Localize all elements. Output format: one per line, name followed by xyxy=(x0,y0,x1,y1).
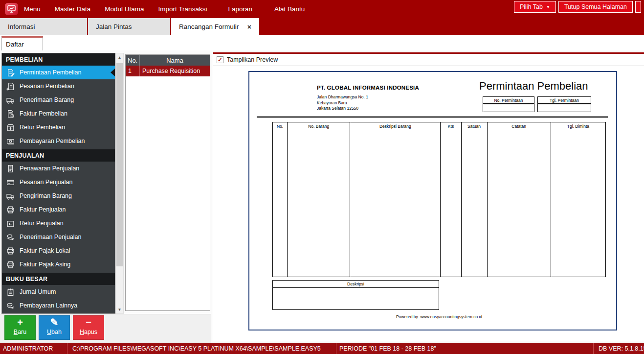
company-name: PT. GLOBAL INFORMASI INDONESIA xyxy=(317,85,419,91)
button-label: Baru xyxy=(5,329,35,335)
status-periode: PERIODE "01 FEB 18 - 28 FEB 18" xyxy=(336,343,593,354)
sidebar-item-label: Faktur Pajak Asing xyxy=(20,261,70,268)
doc-cell-empty xyxy=(288,130,350,277)
sidebar-item-penerimaan-barang[interactable]: Penerimaan Barang xyxy=(2,93,115,107)
menu-item-alat-bantu[interactable]: Alat Bantu xyxy=(274,5,305,13)
tab-jalan-pintas[interactable]: Jalan Pintas xyxy=(88,18,170,35)
header-field-label: No. Permintaan xyxy=(483,97,534,104)
sidebar-item-faktur-penjualan[interactable]: Faktur Penjualan xyxy=(2,203,115,216)
printer-icon xyxy=(6,206,15,214)
app-window: MenuMaster DataModul UtamaImport Transak… xyxy=(0,0,644,354)
doc-column-kts: Kts xyxy=(441,122,461,130)
menu-item-modul-utama[interactable]: Modul Utama xyxy=(105,5,144,13)
sidebar-item-permintaan-pembelian[interactable]: Permintaan Pembelian xyxy=(2,66,115,79)
pilih-tab-button[interactable]: Pilih Tab ▼ xyxy=(514,1,556,13)
menu-items: MenuMaster DataModul UtamaImport Transak… xyxy=(24,5,319,13)
doc-column-catatan: Catatan xyxy=(487,122,551,130)
ubah-button[interactable]: ✎Ubah xyxy=(39,315,70,340)
money-icon xyxy=(6,137,15,145)
status-database-path: C:\PROGRAM FILES\MEGASOFT INC\EASY 5 PLA… xyxy=(67,343,336,354)
document-page: PT. GLOBAL INFORMASI INDONESIA Jalan Dha… xyxy=(248,71,617,330)
plus-icon: + xyxy=(5,316,35,329)
pencil-icon: ✎ xyxy=(39,316,69,329)
box-arrow-icon xyxy=(6,219,15,228)
sidebar-item-pesanan-pembelian[interactable]: Pesanan Pembelian xyxy=(2,79,115,93)
sidebar-item-pembayaran-pembelian[interactable]: Pembayaran Pembelian xyxy=(2,134,115,148)
sidebar-item-faktur-pembelian[interactable]: Faktur Pembelian xyxy=(2,107,115,120)
sidebar-item-label: Pesanan Penjualan xyxy=(20,179,72,186)
menu-bar: MenuMaster DataModul UtamaImport Transak… xyxy=(0,0,644,18)
sidebar-item-faktur-pajak-lokal[interactable]: Faktur Pajak Lokal xyxy=(2,244,115,258)
sidebar-item-label: Penerimaan Barang xyxy=(20,96,74,103)
sidebar-section-buku-besar: BUKU BESAR xyxy=(2,273,115,285)
partial-button[interactable] xyxy=(635,1,641,13)
hand-money-icon xyxy=(6,233,15,241)
baru-button[interactable]: +Baru xyxy=(4,315,36,340)
sidebar-item-faktur-pajak-asing[interactable]: Faktur Pajak Asing xyxy=(2,258,115,271)
sidebar-scrollbar[interactable]: ▲ ▼ xyxy=(115,53,124,314)
menu-item-laporan[interactable]: Laporan xyxy=(228,5,252,13)
list-rows: 1Purchase Requisition xyxy=(126,66,210,76)
company-address-line: Jakarta Selatan 12550 xyxy=(317,106,368,112)
header-field-label: Tgl. Permintaan xyxy=(538,97,591,104)
vertical-splitter[interactable] xyxy=(212,50,212,341)
scroll-down-icon[interactable]: ▼ xyxy=(116,306,123,313)
tab-label: Jalan Pintas xyxy=(96,23,132,30)
doc-column-no-barang: No. Barang xyxy=(288,122,350,130)
sidebar-item-pengiriman-barang[interactable]: Pengiriman Barang xyxy=(2,189,115,203)
sidebar-item-pesanan-penjualan[interactable]: Pesanan Penjualan xyxy=(2,175,115,189)
doc-cell-empty xyxy=(461,130,487,277)
menu-item-import-transaksi[interactable]: Import Transaksi xyxy=(158,5,207,13)
column-header-nama[interactable]: Nama xyxy=(140,55,210,66)
tab-label: Informasi xyxy=(8,23,35,30)
subtab-row: Daftar xyxy=(0,35,644,50)
scrollbar-thumb[interactable] xyxy=(116,63,123,266)
notepad-icon xyxy=(6,288,15,296)
sidebar-item-jurnal-umum[interactable]: Jurnal Umum xyxy=(2,285,115,299)
sidebar-item-label: Pengiriman Barang xyxy=(20,192,72,199)
doc-add-icon xyxy=(6,82,15,91)
hand-money-icon xyxy=(6,302,15,310)
doc-cell-empty xyxy=(350,130,441,277)
minus-icon: − xyxy=(73,316,104,329)
document-title: Permintaan Pembelian xyxy=(479,80,588,93)
company-address: Jalan Dharmawangsa No. 1Kebayoran BaruJa… xyxy=(317,94,368,112)
hapus-button[interactable]: −Hapus xyxy=(73,315,104,340)
sidebar-item-label: Faktur Penjualan xyxy=(20,206,66,213)
tampilkan-preview-label: Tampilkan Preview xyxy=(227,56,278,63)
close-tab-icon[interactable]: × xyxy=(247,23,251,31)
tutup-semua-halaman-button[interactable]: Tutup Semua Halaman xyxy=(558,1,633,13)
tab-informasi[interactable]: Informasi xyxy=(0,18,87,35)
preview-toggle-row: ✓ Tampilkan Preview xyxy=(213,54,644,66)
sidebar-item-penawaran-penjualan[interactable]: Penawaran Penjualan xyxy=(2,162,115,175)
tab-rancangan-formulir[interactable]: Rancangan Formulir× xyxy=(171,18,259,35)
doc-lines-icon xyxy=(6,165,15,173)
sidebar-item-penerimaan-penjualan[interactable]: Penerimaan Penjualan xyxy=(2,230,115,244)
doc-cell-empty xyxy=(273,130,288,277)
tab-daftar[interactable]: Daftar xyxy=(1,36,43,50)
tab-label: Rancangan Formulir xyxy=(179,23,239,30)
powered-by-text: Powered by: www.easyaccountingsystem.co.… xyxy=(272,314,606,319)
status-bar: ADMINISTRATOR C:\PROGRAM FILES\MEGASOFT … xyxy=(0,343,644,354)
sidebar-item-retur-pembelian[interactable]: Retur Pembelian xyxy=(2,120,115,134)
doc-column-deskripsi-barang: Deskripsi Barang xyxy=(350,122,441,130)
preview-body: PT. GLOBAL INFORMASI INDONESIA Jalan Dha… xyxy=(213,66,644,341)
sidebar-item-label: Pembayaran Pembelian xyxy=(20,138,85,144)
header-field-value xyxy=(483,104,534,112)
table-row[interactable]: 1Purchase Requisition xyxy=(126,66,210,76)
doc-cell-empty xyxy=(441,130,461,277)
tab-daftar-label: Daftar xyxy=(6,41,24,48)
tampilkan-preview-checkbox[interactable]: ✓ xyxy=(217,56,223,63)
sidebar-item-pembayaran-lainnya[interactable]: Pembayaran Lainnya xyxy=(2,299,115,312)
deskripsi-value xyxy=(273,288,439,309)
sidebar-item-retur-penjualan[interactable]: Retur Penjualan xyxy=(2,216,115,230)
menu-item-menu[interactable]: Menu xyxy=(24,5,41,13)
form-list-panel: No. Nama 1Purchase Requisition xyxy=(125,54,210,311)
box-return-icon xyxy=(6,123,15,132)
scroll-up-icon[interactable]: ▲ xyxy=(116,53,123,61)
menu-item-master-data[interactable]: Master Data xyxy=(55,5,91,13)
sidebar-item-label: Retur Pembelian xyxy=(20,124,65,131)
sidebar-item-label: Faktur Pembelian xyxy=(20,110,67,117)
column-header-no[interactable]: No. xyxy=(126,55,140,66)
app-logo-icon[interactable] xyxy=(5,3,18,15)
